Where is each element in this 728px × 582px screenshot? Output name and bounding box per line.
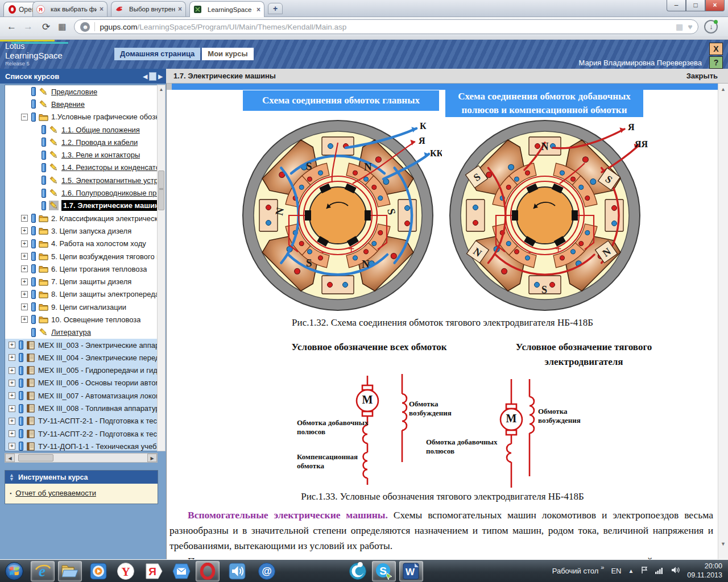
- tree-item[interactable]: 1.1. Общие положения: [5, 123, 157, 136]
- tree-item[interactable]: +3. Цепи запуска дизеля: [5, 225, 157, 237]
- tree-item-label[interactable]: MEX III_003 - Электрические аппар: [38, 341, 157, 350]
- desktop-toolbar-label[interactable]: Рабочий стол»: [552, 567, 605, 575]
- pager-left-icon[interactable]: ◀: [143, 73, 148, 80]
- tree-item[interactable]: +7. Цепи защиты дизеля: [5, 275, 157, 288]
- reload-button[interactable]: ⟳: [42, 21, 50, 33]
- expand-expander[interactable]: +: [9, 367, 15, 374]
- expand-expander[interactable]: +: [21, 253, 28, 260]
- media-player-icon[interactable]: [86, 561, 110, 581]
- tree-item-label[interactable]: 1.2. Провода и кабели: [61, 138, 138, 147]
- volume-tray-icon[interactable]: [671, 566, 680, 576]
- scrollbar-thumb[interactable]: [158, 171, 164, 210]
- tree-item[interactable]: +5. Цепи возбуждения тягового ге: [5, 250, 157, 263]
- tab-2[interactable]: Выбор внутреннего или в ×: [111, 1, 186, 16]
- pager-right-icon[interactable]: ▶: [158, 73, 163, 80]
- mail-client-icon[interactable]: [169, 561, 193, 581]
- expand-expander[interactable]: +: [21, 316, 28, 323]
- tab-close-icon[interactable]: ×: [178, 5, 182, 13]
- forward-button[interactable]: →: [23, 21, 33, 32]
- tree-item[interactable]: +8. Цепи защиты электропередач: [5, 288, 157, 301]
- tree-item-label[interactable]: 1.5. Электромагнитные устро: [61, 176, 157, 185]
- word-icon[interactable]: W: [399, 561, 423, 581]
- tree-item-label[interactable]: 8. Цепи защиты электропередач: [51, 290, 157, 298]
- tree-item-label[interactable]: 1.4. Резисторы и конденсато: [61, 163, 157, 172]
- skype-icon[interactable]: S: [372, 561, 396, 581]
- tree-item[interactable]: Введение: [5, 98, 157, 110]
- tree-item[interactable]: 1.4. Резисторы и конденсато: [5, 161, 157, 174]
- speed-dial-button[interactable]: ▦: [58, 22, 66, 32]
- tree-item[interactable]: 1.3. Реле и контакторы: [5, 148, 157, 161]
- bookmark-heart-icon[interactable]: ♥: [688, 22, 692, 31]
- action-center-flag-icon[interactable]: [640, 566, 648, 576]
- expand-expander[interactable]: +: [21, 240, 28, 247]
- tree-item-label[interactable]: 1.7. Электрические машины: [61, 200, 157, 211]
- tree-item-label[interactable]: MEX III_004 - Электрические перед: [38, 354, 157, 362]
- tree-item-label[interactable]: ТУ-11-ДОП-1-1 - Техническая учеба: [38, 442, 157, 451]
- expand-expander[interactable]: +: [9, 392, 15, 399]
- progress-report-link[interactable]: Отчет об успеваемости: [15, 489, 96, 497]
- language-indicator[interactable]: EN: [611, 567, 621, 575]
- expand-expander[interactable]: +: [21, 291, 28, 298]
- address-bar[interactable]: ☻ pgups.com /LearningSpace5/Program/UI/M…: [74, 19, 698, 34]
- tree-item-label[interactable]: 4. Работа на холостом ходу: [51, 239, 146, 248]
- yandex-search-icon[interactable]: Я: [142, 561, 166, 581]
- scroll-up-icon[interactable]: ▲: [158, 85, 165, 94]
- restore-button[interactable]: □: [686, 0, 705, 11]
- expand-expander[interactable]: +: [21, 278, 28, 285]
- show-hidden-icons-button[interactable]: ▲: [628, 568, 634, 574]
- expand-expander[interactable]: +: [21, 304, 28, 310]
- tree-item-label[interactable]: 1.3. Реле и контакторы: [61, 151, 140, 159]
- tree-item[interactable]: +2. Классификация электрически: [5, 212, 157, 225]
- tree-item-label[interactable]: MEX III_005 - Гидропередачи и гидр: [38, 366, 157, 375]
- start-button-icon[interactable]: [2, 561, 26, 581]
- tree-item[interactable]: +MEX III_006 - Основы теории автома: [5, 377, 157, 389]
- tree-item-label[interactable]: 10. Освещение тепловоза: [51, 315, 140, 324]
- expand-expander[interactable]: +: [9, 430, 15, 437]
- tree-item[interactable]: Предисловие: [5, 85, 157, 98]
- tree-item[interactable]: +ТУ-11-ДОП-1-1 - Техническая учеба: [5, 440, 157, 451]
- content-vertical-scrollbar[interactable]: ▲ ▼: [718, 84, 728, 559]
- expand-expander[interactable]: +: [9, 443, 15, 450]
- tree-item-label[interactable]: 7. Цепи защиты дизеля: [51, 277, 131, 286]
- tree-horizontal-scrollbar[interactable]: ◀ ▶: [5, 453, 158, 463]
- scrollbar-thumb[interactable]: [18, 454, 53, 462]
- network-signal-icon[interactable]: [655, 566, 664, 576]
- tab-close-icon[interactable]: ×: [100, 5, 104, 13]
- tree-vertical-scrollbar[interactable]: ▲: [157, 85, 166, 451]
- volume-app-icon[interactable]: [225, 561, 249, 581]
- tree-item[interactable]: +MEX III_008 - Топливная аппаратура: [5, 402, 157, 414]
- minimize-button[interactable]: –: [667, 0, 686, 11]
- app-help-button[interactable]: ?: [709, 56, 723, 69]
- mailru-agent-icon[interactable]: @: [255, 561, 279, 581]
- nav-home-tab[interactable]: Домашняя страница: [114, 48, 200, 60]
- tree-item[interactable]: 1.7. Электрические машины: [5, 199, 157, 212]
- tree-item[interactable]: +MEX III_003 - Электрические аппар: [5, 339, 157, 351]
- internet-explorer-icon[interactable]: e: [31, 561, 55, 581]
- tree-item-label[interactable]: Предисловие: [51, 88, 97, 96]
- tree-item[interactable]: +ТУ-11-АСПТ-2-1 - Подготовка к тест: [5, 415, 157, 427]
- tree-item-label[interactable]: Литература: [51, 328, 91, 336]
- extensions-grid-icon[interactable]: ▦: [676, 22, 683, 31]
- yandex-browser-icon[interactable]: Y: [114, 561, 138, 581]
- tab-3-active[interactable]: LearningSpace Core ×: [189, 1, 264, 17]
- course-tools-header[interactable]: ▲▼ Инструменты курса: [5, 471, 158, 484]
- expand-expander[interactable]: +: [9, 354, 15, 361]
- tab-close-icon[interactable]: ×: [257, 6, 260, 14]
- collapse-expander[interactable]: −: [21, 114, 28, 120]
- tree-item-label[interactable]: Введение: [51, 100, 85, 109]
- close-window-button[interactable]: ×: [705, 0, 725, 11]
- tree-item-label[interactable]: MEX III_008 - Топливная аппаратура: [38, 404, 157, 413]
- downloads-button[interactable]: ↓: [704, 20, 718, 34]
- tree-item[interactable]: +6. Цепи трогания тепловоза: [5, 263, 157, 275]
- tree-item[interactable]: 1.6. Полупроводниковые при: [5, 186, 157, 199]
- taskbar-clock[interactable]: 20:00 09.11.2013: [687, 562, 722, 580]
- expand-expander[interactable]: +: [21, 265, 28, 272]
- tree-item-label[interactable]: 5. Цепи возбуждения тягового ге: [51, 252, 157, 261]
- tree-item-label[interactable]: 2. Классификация электрически: [51, 214, 157, 223]
- browser-swirl-icon[interactable]: [346, 561, 370, 581]
- tree-item[interactable]: +4. Работа на холостом ходу: [5, 238, 157, 250]
- tree-item[interactable]: Литература: [5, 326, 157, 339]
- tree-item-label[interactable]: MEX III_006 - Основы теории автома: [38, 379, 157, 387]
- tree-item-label[interactable]: ТУ-11-АСПТ-2-1 - Подготовка к тест: [38, 417, 157, 425]
- tree-item[interactable]: +10. Освещение тепловоза: [5, 313, 157, 326]
